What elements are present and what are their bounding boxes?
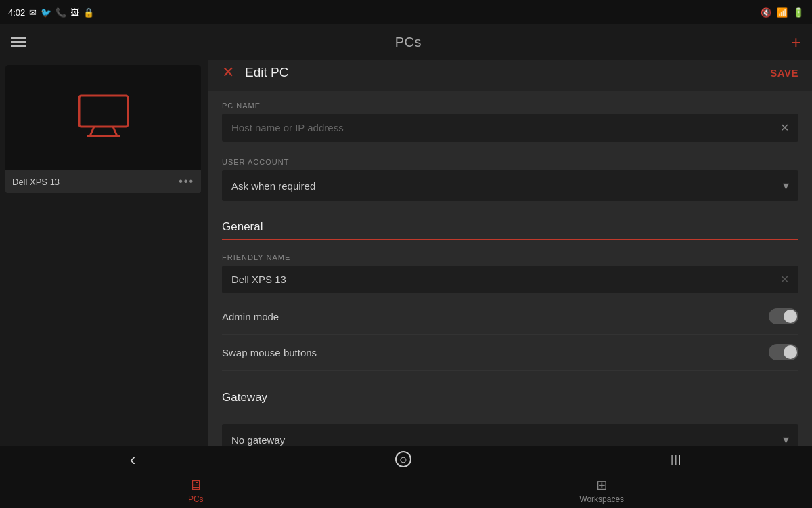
back-button[interactable]: ‹ xyxy=(130,449,136,470)
gateway-dropdown-arrow: ▾ xyxy=(783,432,789,447)
modal-body: PC NAME ✕ USER ACCOUNT Ask when required… xyxy=(208,91,812,505)
hamburger-menu-button[interactable] xyxy=(11,37,26,47)
pcs-tab-icon: 🖥 xyxy=(189,478,202,493)
friendly-name-label: FRIENDLY NAME xyxy=(222,253,798,261)
system-nav-bar: ‹ ○ ||| xyxy=(0,446,812,473)
pc-card-name: Dell XPS 13 xyxy=(12,177,60,187)
pc-card-preview xyxy=(5,65,201,170)
twitter-icon: 🐦 xyxy=(41,7,51,18)
pc-name-section: PC NAME ✕ xyxy=(222,91,798,147)
general-section-header: General xyxy=(222,207,798,240)
friendly-name-input-wrap[interactable]: ✕ xyxy=(222,266,798,293)
svg-rect-0 xyxy=(79,96,128,127)
pc-name-input[interactable] xyxy=(222,114,771,142)
friendly-name-clear-button[interactable]: ✕ xyxy=(771,273,798,286)
status-bar-left: 4:02 ✉ 🐦 📞 🖼 🔒 xyxy=(8,7,94,18)
admin-mode-thumb xyxy=(784,310,797,323)
battery-icon: 🔋 xyxy=(793,7,804,18)
gateway-value: No gateway xyxy=(231,434,285,446)
modal-title: Edit PC xyxy=(245,65,288,80)
modal-save-button[interactable]: SAVE xyxy=(770,67,798,79)
phone-icon: 📞 xyxy=(55,7,66,18)
status-bar-right: 🔇 📶 🔋 xyxy=(761,7,804,18)
monitor-icon xyxy=(76,94,131,141)
pc-card-footer: Dell XPS 13 ••• xyxy=(5,170,201,193)
swap-mouse-label: Swap mouse buttons xyxy=(222,347,317,358)
friendly-name-section: FRIENDLY NAME ✕ xyxy=(222,242,798,299)
top-toolbar: PCs + xyxy=(0,24,812,60)
user-account-dropdown-arrow: ▾ xyxy=(783,178,789,193)
home-button[interactable]: ○ xyxy=(395,451,411,467)
nav-workspaces-tab[interactable]: ⊞ Workspaces xyxy=(579,477,624,504)
pc-name-input-wrap[interactable]: ✕ xyxy=(222,114,798,142)
pc-name-label: PC NAME xyxy=(222,102,798,110)
friendly-name-input[interactable] xyxy=(222,266,771,293)
add-pc-button[interactable]: + xyxy=(791,32,801,53)
bottom-nav: 🖥 PCs ⊞ Workspaces xyxy=(0,473,812,508)
admin-mode-row: Admin mode xyxy=(222,299,798,335)
lock-icon: 🔒 xyxy=(83,7,94,18)
workspaces-tab-label: Workspaces xyxy=(579,494,624,504)
email-icon: ✉ xyxy=(29,7,37,18)
modal-close-button[interactable]: ✕ xyxy=(222,65,234,80)
svg-line-2 xyxy=(113,127,117,136)
modal-header: ✕ Edit PC SAVE xyxy=(208,54,812,91)
pcs-tab-label: PCs xyxy=(188,494,204,504)
image-icon: 🖼 xyxy=(70,7,79,18)
swap-mouse-thumb xyxy=(784,345,797,359)
swap-mouse-row: Swap mouse buttons xyxy=(222,335,798,371)
user-account-dropdown[interactable]: Ask when required ▾ xyxy=(222,170,798,201)
time-display: 4:02 xyxy=(8,7,25,18)
admin-mode-toggle[interactable] xyxy=(769,308,798,324)
gateway-section-title: Gateway xyxy=(222,391,267,404)
recents-button[interactable]: ||| xyxy=(671,454,682,465)
nav-pcs-tab[interactable]: 🖥 PCs xyxy=(188,478,204,504)
general-section-title: General xyxy=(222,220,263,233)
pc-more-options-button[interactable]: ••• xyxy=(179,175,194,188)
pc-card[interactable]: Dell XPS 13 ••• xyxy=(5,65,201,193)
modal-overlay: ✕ Edit PC SAVE PC NAME ✕ USER ACCOUNT As… xyxy=(208,60,812,508)
workspaces-tab-icon: ⊞ xyxy=(596,477,608,493)
user-account-label: USER ACCOUNT xyxy=(222,158,798,166)
mute-icon: 🔇 xyxy=(761,7,771,18)
wifi-icon: 📶 xyxy=(777,7,788,18)
pc-name-clear-button[interactable]: ✕ xyxy=(771,121,798,134)
user-account-value: Ask when required xyxy=(231,180,315,192)
user-account-section: USER ACCOUNT Ask when required ▾ xyxy=(222,147,798,207)
status-bar: 4:02 ✉ 🐦 📞 🖼 🔒 🔇 📶 🔋 xyxy=(0,0,812,24)
admin-mode-label: Admin mode xyxy=(222,311,279,322)
edit-pc-modal: ✕ Edit PC SAVE PC NAME ✕ USER ACCOUNT As… xyxy=(208,54,812,508)
svg-line-1 xyxy=(90,127,94,136)
gateway-section-header: Gateway xyxy=(222,377,798,410)
swap-mouse-toggle[interactable] xyxy=(769,344,798,360)
toolbar-title: PCs xyxy=(395,35,422,50)
pc-list-panel: Dell XPS 13 ••• xyxy=(0,60,206,508)
modal-header-left: ✕ Edit PC xyxy=(222,65,288,80)
